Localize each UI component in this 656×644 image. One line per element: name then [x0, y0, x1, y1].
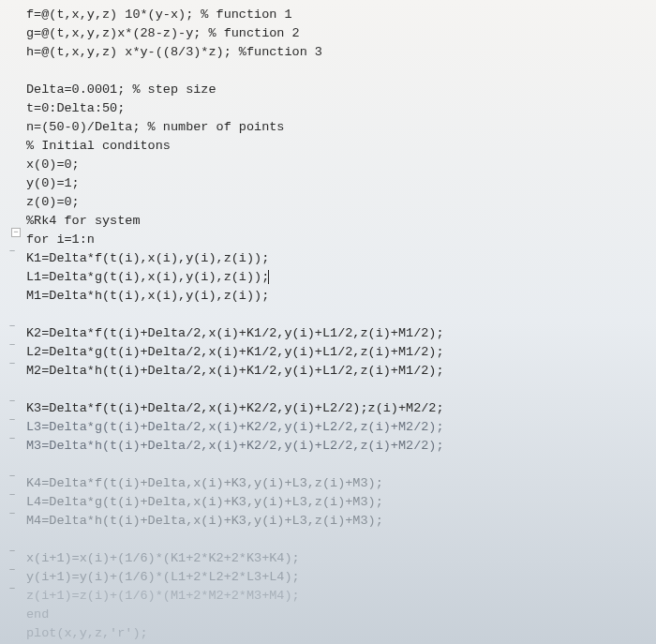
- code-line[interactable]: M1=Delta*h(t(i),x(i),y(i),z(i));: [26, 287, 650, 306]
- code-line[interactable]: n=(50-0)/Delta; % number of points: [26, 118, 650, 137]
- code-line[interactable]: f=@(t,x,y,z) 10*(y-x); % function 1: [26, 6, 650, 24]
- editor-gutter: − − − − − − − − − − − − − −: [4, 0, 22, 644]
- code-line[interactable]: K1=Delta*f(t(i),x(i),y(i),z(i));: [26, 249, 650, 268]
- code-line[interactable]: K3=Delta*f(t(i)+Delta/2,x(i)+K2/2,y(i)+L…: [26, 399, 650, 418]
- code-line[interactable]: %Rk4 for system: [26, 212, 650, 231]
- fold-icon[interactable]: −: [11, 228, 21, 237]
- code-line[interactable]: x(0)=0;: [26, 156, 650, 174]
- gutter-dash: −: [4, 321, 21, 332]
- code-line[interactable]: Delta=0.0001; % step size: [26, 81, 650, 99]
- gutter-dash: −: [4, 396, 21, 407]
- code-line[interactable]: y(0)=1;: [26, 174, 650, 193]
- code-line[interactable]: h=@(t,x,y,z) x*y-((8/3)*z); %function 3: [26, 43, 650, 62]
- code-line[interactable]: plot(x,y,z,'r');: [26, 624, 650, 643]
- code-line[interactable]: L4=Delta*g(t(i)+Delta,x(i)+K3,y(i)+L3,z(…: [26, 493, 650, 512]
- gutter-dash: −: [4, 546, 21, 557]
- code-line[interactable]: K2=Delta*f(t(i)+Delta/2,x(i)+K1/2,y(i)+L…: [26, 324, 650, 343]
- code-line[interactable]: end: [26, 606, 650, 624]
- code-line[interactable]: M2=Delta*h(t(i)+Delta/2,x(i)+K1/2,y(i)+L…: [26, 362, 650, 381]
- code-line[interactable]: L2=Delta*g(t(i)+Delta/2,x(i)+K1/2,y(i)+L…: [26, 343, 650, 362]
- code-editor[interactable]: f=@(t,x,y,z) 10*(y-x); % function 1 g=@(…: [26, 6, 650, 643]
- code-line[interactable]: z(i+1)=z(i)+(1/6)*(M1+2*M2+2*M3+M4);: [26, 587, 650, 606]
- code-line[interactable]: % Initial conditons: [26, 137, 650, 156]
- code-text: L1=Delta*g(t(i),x(i),y(i),z(i));: [26, 270, 269, 284]
- gutter-dash: −: [4, 246, 21, 257]
- gutter-dash: −: [4, 358, 21, 369]
- code-line[interactable]: x(i+1)=x(i)+(1/6)*(K1+2*K2+2*K3+K4);: [26, 549, 650, 568]
- gutter-dash: −: [4, 583, 21, 594]
- code-line[interactable]: M3=Delta*h(t(i)+Delta/2,x(i)+K2/2,y(i)+L…: [26, 437, 650, 456]
- blank-line: [26, 531, 650, 549]
- code-line[interactable]: y(i+1)=y(i)+(1/6)*(L1+2*L2+2*L3+L4);: [26, 568, 650, 587]
- code-line[interactable]: t=0:Delta:50;: [26, 99, 650, 118]
- code-line[interactable]: g=@(t,x,y,z)x*(28-z)-y; % function 2: [26, 24, 650, 43]
- code-line[interactable]: M4=Delta*h(t(i)+Delta,x(i)+K3,y(i)+L3,z(…: [26, 512, 650, 531]
- gutter-dash: −: [4, 414, 21, 426]
- code-line[interactable]: for i=1:n: [26, 231, 650, 249]
- blank-line: [26, 381, 650, 399]
- text-cursor: [268, 270, 269, 284]
- blank-line: [26, 456, 650, 474]
- code-line[interactable]: K4=Delta*f(t(i)+Delta,x(i)+K3,y(i)+L3,z(…: [26, 474, 650, 493]
- blank-line: [26, 62, 650, 81]
- gutter-dash: −: [4, 433, 21, 444]
- code-line[interactable]: z(0)=0;: [26, 193, 650, 212]
- gutter-dash: −: [4, 564, 21, 576]
- gutter-dash: −: [4, 508, 21, 519]
- code-line[interactable]: L1=Delta*g(t(i),x(i),y(i),z(i));: [26, 268, 650, 287]
- code-line[interactable]: L3=Delta*g(t(i)+Delta/2,x(i)+K2/2,y(i)+L…: [26, 418, 650, 437]
- gutter-dash: −: [4, 471, 21, 482]
- blank-line: [26, 306, 650, 324]
- gutter-dash: −: [4, 489, 21, 501]
- gutter-dash: −: [4, 339, 21, 351]
